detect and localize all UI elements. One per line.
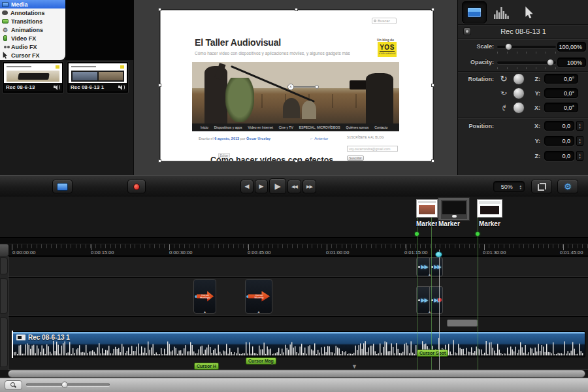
position-y-value[interactable]: 0,0: [544, 136, 574, 146]
selection-handle-nw[interactable]: [158, 8, 161, 11]
annotations-icon: [2, 10, 8, 15]
marker-label-2[interactable]: Marker: [438, 220, 467, 229]
jump-forward-button[interactable]: ▶▶: [302, 180, 316, 193]
clip-in-point[interactable]: [12, 331, 13, 358]
ruler-label: 0:01:15:00: [404, 250, 427, 255]
preview-canvas[interactable]: Buscar Un blog de YOS el taller audiovis…: [160, 10, 433, 161]
timeline-scrollbar[interactable]: [8, 370, 585, 378]
playhead-handle[interactable]: [435, 252, 442, 257]
tab-video-properties[interactable]: [462, 1, 487, 24]
selection-handle-e[interactable]: [431, 84, 434, 87]
canvas-zoom-dropdown[interactable]: 50% ▴▾: [493, 181, 525, 192]
menu-item-audio-fx[interactable]: Audio FX: [0, 42, 65, 51]
rotate-x-knob[interactable]: [513, 102, 525, 114]
opacity-value[interactable]: 100%: [557, 57, 586, 67]
menu-item-video-fx[interactable]: Video FX: [0, 34, 65, 42]
rotate-z-knob[interactable]: [513, 73, 525, 85]
header-photo: ×: [192, 62, 399, 123]
position-x-value[interactable]: 0,0: [544, 121, 574, 131]
selection-handle-s[interactable]: [295, 159, 298, 163]
position-z-value[interactable]: 0,0: [544, 151, 574, 161]
clip-handle-icon[interactable]: ▲: [203, 310, 207, 314]
nav-link[interactable]: Dispositivos y apps: [214, 125, 242, 129]
crop-button[interactable]: [531, 180, 552, 193]
opacity-slider-knob[interactable]: [547, 59, 554, 66]
nav-link[interactable]: ESPECIAL, MICROVÍDEOS: [299, 125, 340, 129]
nav-link[interactable]: Vídeo en Internet: [248, 125, 272, 129]
playhead-line[interactable]: [439, 250, 440, 370]
selection-handle-ne[interactable]: [431, 8, 434, 11]
nav-link[interactable]: Quiénes somos: [346, 125, 369, 129]
scale-slider-knob[interactable]: [505, 43, 512, 50]
menu-item-transitions[interactable]: Transitions: [0, 17, 65, 25]
cursor-fx-tag-2[interactable]: Cursor Mag: [246, 357, 276, 365]
marker-label-1[interactable]: Marker: [416, 220, 437, 229]
marker-label-3[interactable]: Marker: [479, 220, 508, 229]
previous-post-link[interactable]: ← Anterior: [310, 137, 328, 140]
video-track-2: [0, 277, 588, 316]
menu-item-media[interactable]: Media: [0, 0, 65, 8]
rotation-z-value[interactable]: 0,0°: [544, 74, 578, 84]
marker-thumbnail-3[interactable]: [477, 199, 502, 218]
menu-item-cursor-fx[interactable]: Cursor FX: [0, 51, 65, 59]
subscribe-email-input[interactable]: voy.oscarrondra@gmail.com: [347, 146, 398, 152]
position-z-stepper[interactable]: ▴▾: [576, 151, 583, 161]
play-button[interactable]: ▶: [269, 178, 286, 194]
yos-logo: YOS el taller audiovisual: [378, 42, 397, 57]
nav-link[interactable]: Inicio: [201, 125, 208, 129]
library-clip-2[interactable]: Rec 08-6-13 1: [67, 61, 129, 93]
cursor-fx-tag-3[interactable]: Cursor Spot: [417, 350, 448, 357]
previous-frame-button[interactable]: ◀: [240, 180, 253, 193]
scale-slider[interactable]: [497, 46, 556, 48]
position-x-stepper[interactable]: ▴▾: [576, 121, 583, 131]
divider-handle-icon[interactable]: ▼: [351, 363, 357, 370]
record-button[interactable]: [127, 180, 146, 193]
selection-handle-w[interactable]: [158, 84, 161, 87]
subscribe-button[interactable]: Suscribir: [347, 155, 364, 161]
media-library-backdrop: [65, 0, 134, 60]
menu-item-annotations[interactable]: Annotations: [0, 8, 65, 17]
jump-forward-icon: ▶▶: [306, 184, 312, 189]
main-recording-clip[interactable]: Rec 08-6-13 1: [12, 331, 585, 357]
tab-audio-properties[interactable]: [489, 1, 514, 24]
cursor-fx-arrow: Cursor Highlight: [197, 291, 214, 302]
add-media-button[interactable]: [52, 180, 73, 193]
position-label: Position:: [458, 123, 494, 129]
timeline-zoom-button[interactable]: [5, 380, 22, 390]
marker-dot-1[interactable]: [415, 232, 419, 236]
selection-handle-se[interactable]: [431, 159, 434, 163]
menu-item-animations[interactable]: ⚙ Animations: [0, 25, 65, 34]
nav-link[interactable]: Contacto: [374, 125, 387, 129]
rotation-y-value[interactable]: 0,0°: [544, 88, 578, 98]
record-icon: [133, 184, 140, 190]
timeline-ruler[interactable]: 0:00:00:00 0:00:15:00 0:00:30:00 0:00:45…: [0, 244, 588, 256]
rotate-y-knob[interactable]: [513, 88, 525, 99]
marker-dot-3[interactable]: [476, 232, 480, 236]
cursor-magnify-clip[interactable]: Cursor Magnify ▲: [245, 279, 272, 314]
cursor-fx-tag-1[interactable]: Cursor H: [194, 363, 219, 370]
timeline-zoom-slider[interactable]: [26, 384, 110, 386]
clip-handle-icon[interactable]: ▲: [257, 310, 261, 314]
marker-thumbnail-2[interactable]: [438, 197, 470, 221]
library-clip-1[interactable]: Rec 08-6-13: [2, 61, 64, 93]
collapsed-clip-bar[interactable]: [447, 319, 478, 327]
timeline-zoom-knob[interactable]: [61, 382, 68, 388]
tab-callout-properties[interactable]: [517, 1, 542, 24]
cursor-highlight-clip[interactable]: Cursor Highlight ▲: [193, 279, 216, 314]
post-date-link[interactable]: 6 agosto, 2013: [214, 137, 239, 140]
recorded-webpage: Buscar Un blog de YOS el taller audiovis…: [161, 10, 433, 161]
position-y-stepper[interactable]: ▴▾: [576, 136, 583, 146]
selection-handle-n[interactable]: [295, 8, 298, 11]
jump-back-button[interactable]: ◀◀: [287, 180, 301, 193]
scale-value[interactable]: 100,00%: [557, 42, 586, 52]
opacity-slider[interactable]: [497, 61, 556, 64]
rotation-x-value[interactable]: 0,0°: [544, 103, 578, 112]
menu-item-label: Annotations: [10, 10, 45, 16]
next-frame-button[interactable]: ▶: [255, 180, 268, 193]
actions-gear-button[interactable]: ⚙: [557, 180, 578, 193]
nav-link[interactable]: Cine y TV: [279, 125, 293, 129]
filmstrip-icon: [16, 335, 25, 340]
marker-thumbnail-1[interactable]: [416, 199, 438, 218]
post-author-link[interactable]: Óscar Urcelay: [246, 137, 270, 140]
selection-handle-sw[interactable]: [158, 159, 161, 163]
